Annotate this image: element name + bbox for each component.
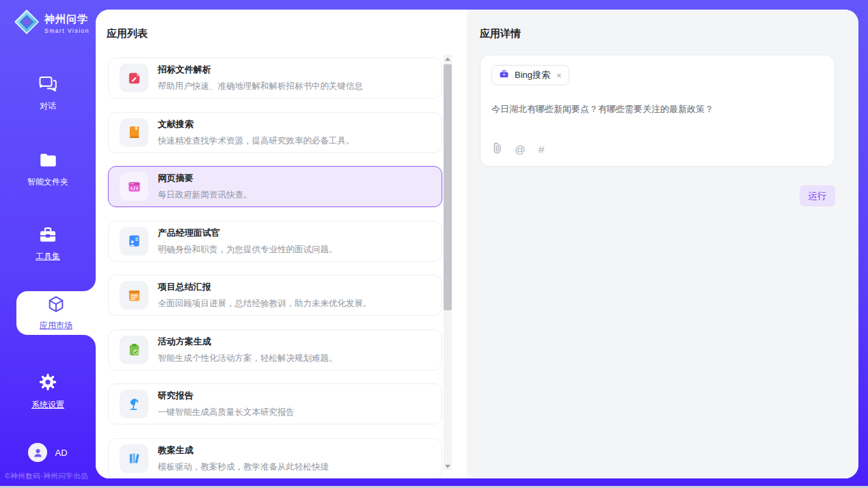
app-name: 产品经理面试官 — [158, 227, 338, 239]
sidebar-item-label: 对话 — [40, 100, 56, 112]
brand-logo: 神州问学 Smart Vision — [14, 9, 90, 38]
list-item-project-summary[interactable]: 项目总结汇报 全面回顾项目进展，总结经验教训，助力未来优化发展。 — [108, 275, 442, 316]
app-name: 文献搜索 — [158, 118, 355, 131]
brand-subtitle: Smart Vision — [44, 27, 90, 34]
sidebar-item-app-market[interactable]: 应用市场 — [16, 291, 96, 335]
briefcase-icon — [499, 69, 509, 81]
app-list-panel: 应用列表 招标文件解析 帮助用户快速、准确地理解和解析招标书中的关键信息 — [96, 10, 467, 478]
sidebar-item-settings[interactable]: 系统设置 — [0, 372, 96, 411]
prompt-toolbar: @ # — [493, 141, 544, 157]
list-item-research-report[interactable]: 研究报告 一键智能生成高质量长文本研究报告 — [108, 383, 442, 424]
hash-icon[interactable]: # — [539, 144, 545, 156]
app-desc: 帮助用户快速、准确地理解和解析招标书中的关键信息 — [158, 81, 363, 92]
list-item-web-summary[interactable]: 网页摘要 每日政府新闻资讯快查。 — [108, 166, 442, 207]
app-name: 招标文件解析 — [158, 64, 363, 76]
app-name: 研究报告 — [158, 390, 295, 402]
sidebar-item-toolset[interactable]: 工具集 — [0, 226, 96, 262]
app-desc: 明确身份和职责，为您提供专业性的面试问题。 — [158, 244, 338, 256]
app-name: 教案生成 — [158, 444, 329, 457]
at-sign-icon[interactable]: @ — [515, 144, 526, 156]
sidebar-item-smart-folder[interactable]: 智能文件夹 — [0, 152, 96, 188]
tool-chip-label: Bing搜索 — [515, 69, 550, 81]
app-list-title: 应用列表 — [107, 27, 148, 40]
research-icon — [120, 390, 148, 418]
app-name: 项目总结汇报 — [158, 281, 372, 293]
book-icon — [120, 118, 148, 147]
tool-chip-bing-search[interactable]: Bing搜索 × — [491, 65, 569, 85]
clipboard-check-icon — [120, 336, 148, 364]
chat-icon — [38, 75, 57, 96]
app-name: 网页摘要 — [158, 172, 252, 185]
sidebar-item-label: 智能文件夹 — [27, 176, 68, 188]
app-desc: 一键智能生成高质量长文本研究报告 — [158, 407, 295, 418]
scroll-down-icon[interactable] — [444, 462, 452, 470]
app-detail-panel: 应用详情 Bing搜索 × 今日湖北有哪些新闻要点？有哪些需要关注的最新政策？ — [467, 10, 858, 478]
sidebar-item-label: 工具集 — [36, 251, 60, 262]
brand-diamond-icon — [14, 9, 40, 38]
memo-icon — [120, 281, 148, 310]
main-container: 应用列表 招标文件解析 帮助用户快速、准确地理解和解析招标书中的关键信息 — [96, 10, 858, 478]
sidebar-item-chat[interactable]: 对话 — [0, 75, 96, 112]
run-button[interactable]: 运行 — [800, 185, 835, 206]
app-desc: 快速精准查找学术资源，提高研究效率的必备工具。 — [158, 135, 355, 147]
sidebar-item-label: 应用市场 — [40, 320, 72, 331]
user-name: AD — [55, 448, 67, 458]
cube-icon — [46, 295, 66, 316]
list-item-tender-analysis[interactable]: 招标文件解析 帮助用户快速、准确地理解和解析招标书中的关键信息 — [108, 57, 442, 98]
sidebar-item-label: 系统设置 — [31, 399, 64, 411]
folder-icon — [39, 152, 57, 172]
app-desc: 模板驱动，教案秒成，教学准备从此轻松快捷 — [158, 461, 329, 473]
scroll-up-icon[interactable] — [444, 55, 452, 63]
scrollbar[interactable] — [444, 55, 452, 470]
list-item-lesson-plan[interactable]: 教案生成 模板驱动，教案秒成，教学准备从此轻松快捷 — [108, 438, 442, 479]
scrollbar-thumb[interactable] — [444, 64, 452, 310]
app-list: 招标文件解析 帮助用户快速、准确地理解和解析招标书中的关键信息 文献搜索 快速精… — [108, 57, 442, 478]
app-desc: 智能生成个性化活动方案，轻松解决规划难题。 — [158, 353, 338, 364]
list-item-event-plan[interactable]: 活动方案生成 智能生成个性化活动方案，轻松解决规划难题。 — [108, 329, 442, 370]
app-detail-title: 应用详情 — [480, 27, 521, 40]
app-name: 活动方案生成 — [158, 336, 338, 348]
list-item-pm-interviewer[interactable]: 产品经理面试官 明确身份和职责，为您提供专业性的面试问题。 — [108, 221, 442, 262]
avatar — [28, 443, 47, 462]
paperclip-icon[interactable] — [493, 141, 502, 157]
prompt-card: Bing搜索 × 今日湖北有哪些新闻要点？有哪些需要关注的最新政策？ @ # — [480, 55, 835, 167]
list-item-literature-search[interactable]: 文献搜索 快速精准查找学术资源，提高研究效率的必备工具。 — [108, 112, 442, 153]
resume-icon — [120, 227, 148, 256]
toolbox-icon — [38, 226, 57, 246]
user-account[interactable]: AD — [0, 443, 96, 462]
prompt-input[interactable]: 今日湖北有哪些新闻要点？有哪些需要关注的最新政策？ — [491, 103, 824, 116]
brand-name: 神州问学 — [44, 13, 90, 26]
close-icon[interactable]: × — [556, 71, 562, 80]
app-desc: 每日政府新闻资讯快查。 — [158, 189, 252, 201]
app-desc: 全面回顾项目进展，总结经验教训，助力未来优化发展。 — [158, 298, 372, 310]
books-icon — [120, 444, 148, 473]
gear-icon — [38, 372, 57, 394]
copyright-text: ©神州数码·神州问学出品 — [5, 472, 88, 481]
edit-square-icon — [120, 64, 148, 92]
sidebar: 神州问学 Smart Vision 对话 智能文件夹 — [0, 0, 96, 488]
browser-code-icon — [120, 172, 148, 201]
